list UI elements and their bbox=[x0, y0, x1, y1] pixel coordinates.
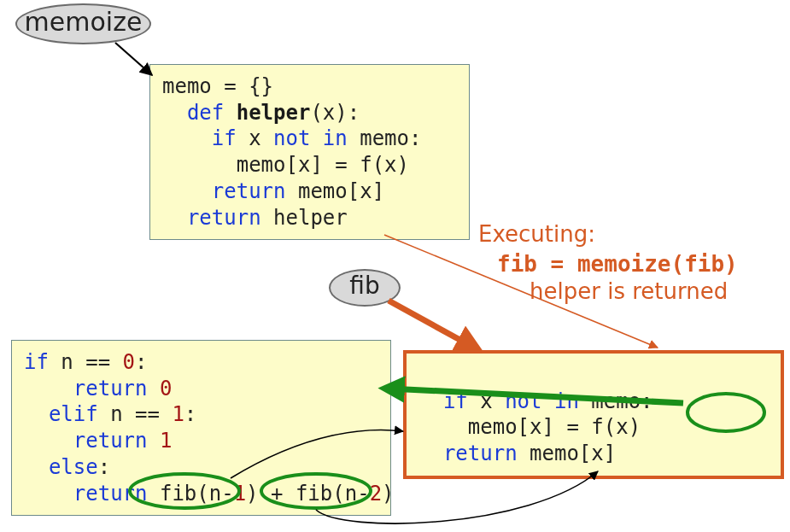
code-kw: return bbox=[73, 377, 148, 400]
code-text: memo[x] bbox=[518, 441, 617, 465]
code-kw: if bbox=[24, 350, 49, 374]
code-kw: return bbox=[187, 206, 261, 230]
code-num: 1 bbox=[160, 429, 172, 453]
code-num: 1 bbox=[234, 482, 246, 506]
code-kw: elif bbox=[49, 402, 98, 426]
code-num: 0 bbox=[123, 350, 135, 374]
code-kw: return bbox=[73, 482, 148, 506]
label-memoize-text: memoize bbox=[25, 7, 143, 37]
code-kw: return bbox=[73, 429, 148, 453]
code-text: : bbox=[98, 455, 110, 479]
code-text: : bbox=[184, 402, 196, 426]
code-text: memo[x] = bbox=[468, 415, 592, 439]
arrow-fib-to-helper bbox=[389, 301, 474, 348]
label-memoize: memoize bbox=[15, 3, 151, 44]
code-text: (x): bbox=[310, 101, 360, 125]
code-text bbox=[148, 429, 160, 453]
code-text: memo[x] = f(x) bbox=[237, 153, 409, 177]
code-text: n == bbox=[49, 350, 123, 374]
code-text: memo[x] bbox=[286, 179, 385, 203]
code-text: memo bbox=[162, 74, 212, 98]
code-text: memo: bbox=[348, 126, 422, 150]
code-text bbox=[148, 377, 160, 400]
code-kw: return bbox=[443, 441, 518, 465]
code-text: = {} bbox=[212, 74, 273, 98]
code-text: helper bbox=[261, 206, 348, 230]
annotation-code: fib = memoize(fib) bbox=[497, 250, 769, 278]
code-text: n == bbox=[98, 402, 173, 426]
codebox-fib-def: if n == 0: return 0 elif n == 1: return … bbox=[11, 340, 391, 516]
code-text: x bbox=[237, 126, 273, 150]
codebox-memoize-def: memo = {} def helper(x): if x not in mem… bbox=[149, 64, 470, 240]
code-text: + bbox=[259, 482, 296, 506]
annotation-title: Executing: bbox=[478, 221, 595, 247]
annotation-sub: helper is returned bbox=[530, 278, 769, 306]
code-num: 0 bbox=[160, 377, 172, 400]
arrow-memoize-to-def bbox=[115, 43, 152, 75]
code-kw: not in bbox=[273, 126, 348, 150]
code-text: ) bbox=[382, 482, 394, 506]
code-kw: if bbox=[212, 126, 237, 150]
code-kw: def bbox=[187, 101, 224, 125]
diagram-stage: memoize fib memo = {} def helper(x): if … bbox=[0, 0, 790, 532]
code-num: 2 bbox=[370, 482, 382, 506]
codebox-helper-instance: if x not in memo: memo[x] = f(x) return … bbox=[403, 350, 784, 479]
annotation-executing: Executing: fib = memoize(fib) helper is … bbox=[478, 220, 769, 306]
code-kw: if bbox=[443, 389, 468, 413]
code-kw: not in bbox=[505, 389, 579, 413]
code-text: fib(n- bbox=[296, 482, 370, 506]
code-text: : bbox=[135, 350, 147, 374]
code-num: 1 bbox=[172, 402, 184, 426]
code-text: x bbox=[468, 389, 505, 413]
label-fib-text: fib bbox=[349, 272, 379, 300]
code-text: fib(n- bbox=[148, 482, 234, 506]
label-fib: fib bbox=[329, 269, 401, 307]
code-text: ) bbox=[246, 482, 258, 506]
code-fn: helper bbox=[237, 101, 311, 125]
code-text: memo: bbox=[579, 389, 653, 413]
code-kw: else bbox=[49, 455, 98, 479]
code-kw: return bbox=[212, 179, 286, 203]
code-text: f(x) bbox=[591, 415, 641, 439]
